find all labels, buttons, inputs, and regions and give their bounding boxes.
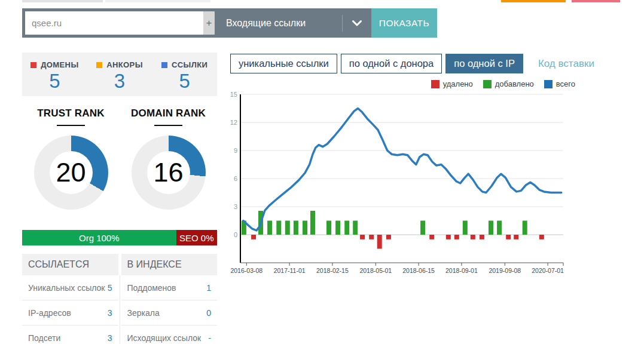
row-label: IP-адресов bbox=[28, 308, 71, 318]
stat-label: АНКОРЫ bbox=[106, 60, 143, 69]
svg-text:0: 0 bbox=[234, 231, 237, 238]
stat-anchors: АНКОРЫ 3 bbox=[87, 60, 152, 96]
svg-text:12: 12 bbox=[230, 119, 237, 126]
org-seo-bar: Org 100% SEO 0% bbox=[22, 230, 217, 245]
tab-one-per-donor[interactable]: по одной с донора bbox=[341, 54, 442, 73]
domain-rank-gauge: DOMAIN RANK 16 bbox=[120, 108, 217, 210]
table-header-indexed: В ИНДЕКСЕ bbox=[121, 254, 218, 275]
svg-text:2016-03-08: 2016-03-08 bbox=[230, 267, 263, 274]
table-row: IP-адресов3 bbox=[22, 300, 118, 325]
gauge-title: DOMAIN RANK bbox=[120, 108, 217, 119]
row-value[interactable]: 1 bbox=[206, 283, 211, 293]
gauge-ring: 20 bbox=[34, 136, 108, 210]
stat-value: 3 bbox=[87, 70, 152, 93]
legend-removed: удалено bbox=[431, 79, 473, 88]
row-label: Подсети bbox=[28, 333, 60, 343]
org-segment: Org 100% bbox=[22, 230, 176, 245]
stat-label: ССЫЛКИ bbox=[172, 60, 207, 69]
report-type-select[interactable]: Входящие ссылки bbox=[215, 8, 371, 38]
row-value[interactable]: 0 bbox=[206, 308, 211, 318]
domain-input[interactable] bbox=[25, 11, 203, 35]
rank-gauges: TRUST RANK 20 DOMAIN RANK 16 bbox=[22, 108, 217, 210]
stat-value: 5 bbox=[22, 70, 87, 93]
svg-text:2020-07-01: 2020-07-01 bbox=[532, 267, 564, 274]
svg-text:9: 9 bbox=[234, 147, 237, 154]
total-swatch-icon bbox=[544, 80, 553, 88]
gauge-ring: 16 bbox=[132, 136, 206, 210]
legend-label: добавлено bbox=[495, 79, 534, 88]
svg-text:2019-09-08: 2019-09-08 bbox=[489, 267, 521, 274]
chart-canvas: 036912152016-03-082017-11-012018-02-1520… bbox=[230, 90, 575, 278]
gauge-title: TRUST RANK bbox=[22, 108, 120, 119]
trust-rank-gauge: TRUST RANK 20 bbox=[22, 108, 120, 210]
row-value[interactable]: 3 bbox=[108, 333, 112, 343]
anchors-marker-icon bbox=[96, 62, 102, 68]
svg-text:6: 6 bbox=[234, 175, 237, 182]
app-root: + Входящие ссылки ПОКАЗАТЬ ДОМЕНЫ 5 АНКО… bbox=[0, 0, 644, 344]
stat-label: ДОМЕНЫ bbox=[41, 60, 78, 69]
removed-swatch-icon bbox=[431, 80, 439, 88]
tab-unique-links[interactable]: уникальные ссылки bbox=[230, 54, 337, 73]
summary-stats: ДОМЕНЫ 5 АНКОРЫ 3 ССЫЛКИ 5 bbox=[22, 53, 217, 96]
stat-links: ССЫЛКИ 5 bbox=[152, 60, 217, 96]
report-type-label: Входящие ссылки bbox=[226, 18, 306, 29]
gauge-value: 16 bbox=[153, 157, 183, 188]
domains-marker-icon bbox=[30, 62, 36, 68]
svg-text:2018-02-15: 2018-02-15 bbox=[316, 267, 349, 274]
top-tab-strip-left bbox=[22, 0, 103, 2]
sidebar: ДОМЕНЫ 5 АНКОРЫ 3 ССЫЛКИ 5 TRUST RANK 20 bbox=[22, 53, 217, 344]
legend-added: добавлено bbox=[483, 79, 534, 88]
row-value[interactable]: 5 bbox=[108, 283, 112, 293]
table-row: Уникальных ссылок5 bbox=[22, 275, 118, 300]
table-header-refers: ССЫЛАЕТСЯ bbox=[22, 254, 118, 275]
seo-label: SEO 0% bbox=[179, 233, 214, 243]
show-button[interactable]: ПОКАЗАТЬ bbox=[371, 8, 437, 38]
chevron-down-icon bbox=[343, 20, 371, 26]
add-domain-button[interactable]: + bbox=[203, 11, 215, 35]
table-row: Поддоменов1 bbox=[121, 275, 218, 300]
search-bar: + Входящие ссылки ПОКАЗАТЬ bbox=[22, 8, 437, 38]
top-tab-strip-left2 bbox=[105, 0, 210, 2]
top-button-strip-pink[interactable] bbox=[572, 0, 620, 2]
gauge-underline bbox=[57, 125, 85, 126]
svg-text:3: 3 bbox=[234, 203, 237, 210]
stat-value: 5 bbox=[152, 70, 217, 93]
link-mode-tabs: уникальные ссылки по одной с донора по о… bbox=[230, 54, 594, 73]
chart-legend: удалено добавлено всего bbox=[230, 79, 575, 88]
svg-text:2018-05-01: 2018-05-01 bbox=[359, 267, 392, 274]
row-label: Поддоменов bbox=[127, 283, 176, 293]
links-marker-icon bbox=[161, 62, 167, 68]
embed-code-link[interactable]: Код вставки bbox=[538, 58, 594, 70]
svg-text:2017-11-01: 2017-11-01 bbox=[274, 267, 306, 274]
links-history-chart: 036912152016-03-082017-11-012018-02-1520… bbox=[230, 90, 575, 278]
legend-label: удалено bbox=[443, 79, 473, 88]
gauge-underline bbox=[154, 125, 182, 126]
legend-label: всего bbox=[556, 79, 575, 88]
added-swatch-icon bbox=[483, 80, 492, 88]
link-stats-table: ССЫЛАЕТСЯ В ИНДЕКСЕ Уникальных ссылок5 I… bbox=[22, 254, 217, 344]
legend-total: всего bbox=[544, 79, 575, 88]
top-button-strip-orange[interactable] bbox=[501, 0, 566, 2]
row-label: Зеркала bbox=[127, 308, 160, 318]
row-value[interactable]: 3 bbox=[108, 308, 112, 318]
row-value[interactable]: - bbox=[208, 333, 211, 343]
stat-domains: ДОМЕНЫ 5 bbox=[22, 60, 87, 96]
table-row: Исходящих ссылок- bbox=[121, 325, 218, 344]
table-row: Зеркала0 bbox=[121, 300, 218, 325]
svg-text:2018-09-01: 2018-09-01 bbox=[445, 267, 478, 274]
row-label: Исходящих ссылок bbox=[127, 333, 202, 343]
row-label: Уникальных ссылок bbox=[28, 283, 105, 293]
svg-text:15: 15 bbox=[230, 91, 237, 98]
svg-text:2018-06-15: 2018-06-15 bbox=[402, 267, 435, 274]
tab-one-per-ip[interactable]: по одной с IP bbox=[445, 54, 523, 73]
seo-segment: SEO 0% bbox=[176, 230, 217, 245]
gauge-value: 20 bbox=[56, 157, 86, 188]
table-row: Подсети3 bbox=[22, 325, 118, 344]
column-divider bbox=[120, 275, 120, 344]
org-label: Org 100% bbox=[79, 233, 120, 243]
